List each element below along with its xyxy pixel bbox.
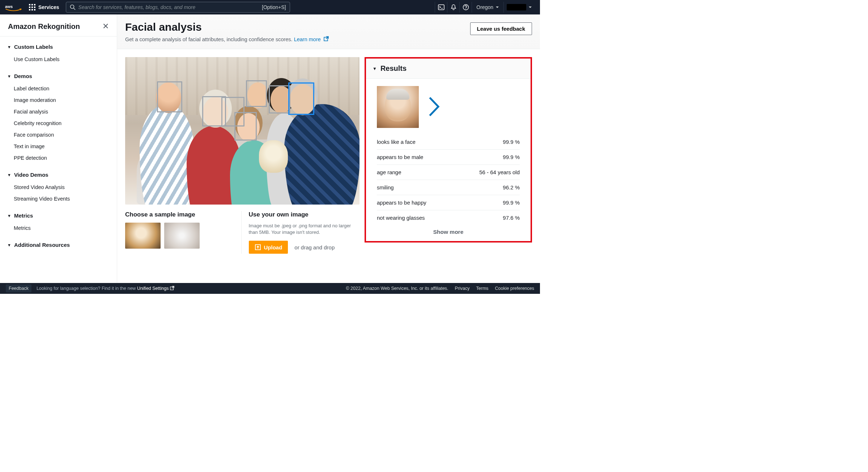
attribute-row: age range56 - 64 years old bbox=[377, 165, 520, 180]
chevron-down-icon bbox=[495, 4, 499, 10]
top-nav: aws Services Search for services, featur… bbox=[0, 0, 540, 14]
page-title: Facial analysis bbox=[125, 21, 329, 33]
selected-face-thumbnail bbox=[377, 86, 419, 128]
leave-feedback-button[interactable]: Leave us feedback bbox=[470, 22, 532, 35]
svg-rect-3 bbox=[34, 4, 35, 5]
upload-button[interactable]: Upload bbox=[249, 241, 288, 254]
attribute-row: looks like a face99.9 % bbox=[377, 134, 520, 150]
caret-down-icon: ▼ bbox=[7, 243, 11, 247]
footer-language-hint: Looking for language selection? Find it … bbox=[37, 286, 174, 291]
sidebar-group-custom-labels[interactable]: ▼Custom Labels bbox=[7, 40, 110, 53]
sidebar-item-text-in-image[interactable]: Text in image bbox=[7, 141, 110, 152]
footer-feedback-button[interactable]: Feedback bbox=[6, 284, 31, 292]
results-panel: ▼ Results looks like a face99.9 % app bbox=[365, 57, 532, 243]
svg-rect-6 bbox=[34, 7, 35, 8]
sidebar-group-demos[interactable]: ▼Demos bbox=[7, 69, 110, 83]
search-input[interactable]: Search for services, features, blogs, do… bbox=[66, 2, 290, 13]
drag-drop-hint: or drag and drop bbox=[294, 244, 335, 250]
sidebar-item-face-comparison[interactable]: Face comparison bbox=[7, 129, 110, 141]
own-image-help: Image must be .jpeg or .png format and n… bbox=[249, 223, 360, 236]
account-name-redacted bbox=[507, 4, 526, 10]
cloudshell-button[interactable] bbox=[435, 2, 447, 13]
sidebar-item-stored-video[interactable]: Stored Video Analysis bbox=[7, 181, 110, 193]
attribute-row: appears to be happy99.9 % bbox=[377, 195, 520, 210]
own-image-panel: Use your own image Image must be .jpeg o… bbox=[241, 211, 360, 254]
sidebar-item-ppe-detection[interactable]: PPE detection bbox=[7, 152, 110, 164]
attribute-list: looks like a face99.9 % appears to be ma… bbox=[377, 134, 520, 225]
caret-down-icon: ▼ bbox=[7, 173, 11, 177]
svg-rect-5 bbox=[31, 7, 33, 8]
main-content: Facial analysis Get a complete analysis … bbox=[117, 14, 540, 283]
grid-icon bbox=[29, 4, 35, 10]
account-menu[interactable] bbox=[503, 2, 535, 13]
caret-down-icon: ▼ bbox=[7, 214, 11, 218]
notifications-button[interactable] bbox=[447, 2, 459, 13]
svg-rect-4 bbox=[29, 7, 30, 8]
face-bounding-box[interactable] bbox=[269, 85, 290, 113]
sidebar-item-use-custom-labels[interactable]: Use Custom Labels bbox=[7, 53, 110, 65]
svg-rect-12 bbox=[438, 5, 444, 10]
sidebar-group-video-demos[interactable]: ▼Video Demos bbox=[7, 168, 110, 181]
aws-logo[interactable]: aws bbox=[5, 3, 22, 11]
face-bounding-box[interactable] bbox=[246, 80, 267, 107]
external-link-icon bbox=[170, 286, 174, 290]
search-wrap: Search for services, features, blogs, do… bbox=[66, 2, 290, 13]
bell-icon bbox=[450, 4, 457, 10]
results-header[interactable]: ▼ Results bbox=[366, 59, 531, 79]
page-subtitle: Get a complete analysis of facial attrib… bbox=[125, 36, 329, 42]
attribute-row: smiling96.2 % bbox=[377, 180, 520, 195]
help-icon bbox=[463, 4, 469, 10]
results-title: Results bbox=[380, 64, 407, 73]
footer-copyright: © 2022, Amazon Web Services, Inc. or its… bbox=[346, 286, 448, 291]
sidebar-group-additional-resources[interactable]: ▼Additional Resources bbox=[7, 238, 110, 252]
chevron-right-icon bbox=[429, 97, 440, 116]
region-label: Oregon bbox=[476, 4, 493, 10]
svg-rect-7 bbox=[29, 9, 30, 10]
help-button[interactable] bbox=[459, 2, 472, 13]
footer-link-terms[interactable]: Terms bbox=[476, 286, 489, 291]
svg-text:aws: aws bbox=[5, 4, 13, 9]
sample-image-viewer[interactable] bbox=[125, 57, 359, 205]
chevron-down-icon bbox=[528, 4, 532, 10]
svg-point-10 bbox=[70, 5, 74, 9]
show-more-button[interactable]: Show more bbox=[377, 225, 520, 237]
attribute-row: appears to be male99.9 % bbox=[377, 150, 520, 165]
svg-point-15 bbox=[465, 9, 466, 9]
sidebar-group-metrics[interactable]: ▼Metrics bbox=[7, 209, 110, 222]
footer-link-privacy[interactable]: Privacy bbox=[455, 286, 470, 291]
face-bounding-box[interactable] bbox=[157, 81, 182, 112]
caret-down-icon: ▼ bbox=[7, 74, 11, 78]
close-sidebar-button[interactable]: ✕ bbox=[102, 22, 109, 31]
services-menu[interactable]: Services bbox=[29, 4, 59, 10]
sidebar: Amazon Rekognition ✕ ▼Custom Labels Use … bbox=[0, 14, 117, 283]
own-image-title: Use your own image bbox=[249, 211, 360, 218]
sample-thumb-1[interactable] bbox=[125, 223, 161, 249]
sidebar-item-metrics[interactable]: Metrics bbox=[7, 222, 110, 234]
sidebar-item-label-detection[interactable]: Label detection bbox=[7, 83, 110, 94]
caret-down-icon: ▼ bbox=[373, 66, 377, 71]
footer-link-cookies[interactable]: Cookie preferences bbox=[495, 286, 534, 291]
caret-down-icon: ▼ bbox=[7, 45, 11, 49]
learn-more-link[interactable]: Learn more bbox=[294, 37, 329, 42]
unified-settings-link[interactable]: Unified Settings bbox=[137, 286, 174, 291]
sidebar-item-facial-analysis[interactable]: Facial analysis bbox=[7, 106, 110, 117]
services-label: Services bbox=[38, 4, 59, 10]
region-selector[interactable]: Oregon bbox=[472, 2, 503, 13]
sample-image-title: Choose a sample image bbox=[125, 211, 236, 218]
svg-line-11 bbox=[73, 8, 75, 10]
face-bounding-box[interactable] bbox=[288, 82, 314, 115]
search-hint: [Option+S] bbox=[262, 4, 286, 10]
sample-thumb-2[interactable] bbox=[164, 223, 200, 249]
svg-rect-1 bbox=[29, 4, 30, 5]
footer: Feedback Looking for language selection?… bbox=[0, 283, 540, 294]
page-header: Facial analysis Get a complete analysis … bbox=[117, 14, 540, 49]
upload-icon bbox=[255, 244, 261, 250]
search-icon bbox=[70, 4, 76, 10]
service-title: Amazon Rekognition bbox=[8, 22, 80, 31]
sidebar-item-celebrity-recognition[interactable]: Celebrity recognition bbox=[7, 117, 110, 129]
next-face-button[interactable] bbox=[429, 97, 440, 117]
sidebar-item-streaming-video[interactable]: Streaming Video Events bbox=[7, 193, 110, 205]
attribute-row: not wearing glasses97.6 % bbox=[377, 210, 520, 225]
face-bounding-box[interactable] bbox=[234, 112, 257, 141]
sidebar-item-image-moderation[interactable]: Image moderation bbox=[7, 94, 110, 106]
